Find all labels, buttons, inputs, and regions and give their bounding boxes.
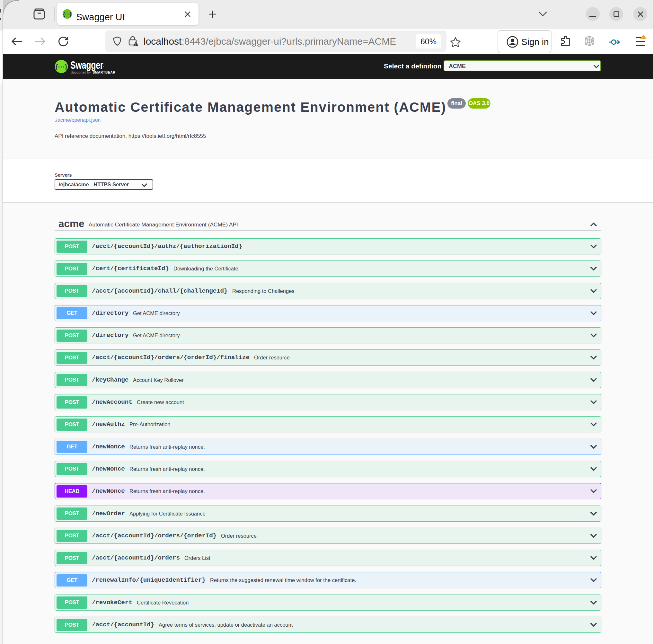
svg-text:{···}: {···} (55, 63, 67, 70)
svg-text:{···}: {···} (63, 11, 71, 17)
